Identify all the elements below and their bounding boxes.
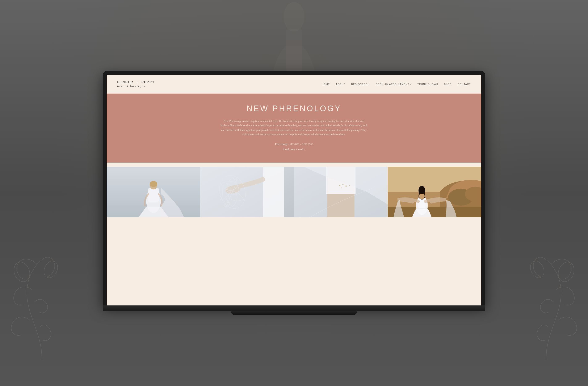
main-navigation: HOME ABOUT DESIGNERS ▾ BOOK AN APPOINTME… (322, 83, 471, 85)
gallery-item-2 (200, 167, 294, 217)
logo-name[interactable]: GINGER + POPPY (117, 80, 155, 85)
svg-rect-9 (148, 188, 159, 202)
svg-point-24 (342, 184, 344, 185)
laptop-screen: GINGER + POPPY bridal boutique HOME ABOU… (107, 75, 481, 306)
hero-price: Price range: AED 850 – AED 2500 (124, 143, 464, 146)
price-label: Price range: (275, 143, 289, 146)
nav-blog[interactable]: BLOG (444, 83, 452, 85)
laptop-container: GINGER + POPPY bridal boutique HOME ABOU… (103, 71, 485, 315)
gallery-photo-3-svg (294, 167, 388, 217)
gallery-item-3 (294, 167, 388, 217)
botanical-left-decoration (0, 239, 84, 365)
designers-dropdown-arrow: ▾ (369, 83, 370, 85)
svg-point-25 (345, 185, 347, 187)
gallery-photo-1-svg (107, 167, 200, 217)
logo-tagline: bridal boutique (117, 84, 146, 88)
svg-point-26 (349, 185, 350, 186)
botanical-right-decoration (504, 239, 588, 365)
nav-trunk-shows[interactable]: TRUNK SHOWS (418, 83, 438, 85)
svg-rect-15 (200, 167, 265, 217)
gallery-item-1 (107, 167, 200, 217)
nav-home[interactable]: HOME (322, 83, 330, 85)
svg-point-3 (528, 259, 547, 280)
hero-title: NEW PHRENOLOGY (124, 104, 464, 113)
laptop-bezel: GINGER + POPPY bridal boutique HOME ABOU… (103, 71, 485, 306)
nav-about[interactable]: ABOUT (336, 83, 345, 85)
svg-point-2 (556, 260, 577, 284)
lead-label: Lead time: (283, 148, 295, 151)
price-value: AED 850 – AED 2500 (289, 143, 313, 146)
laptop-stand (231, 311, 357, 315)
svg-point-4 (284, 2, 304, 32)
hero-description: New Phrenology creates exquisite ceremon… (220, 119, 368, 137)
svg-point-23 (339, 185, 340, 186)
gallery-item-4 (388, 167, 481, 217)
logo-area: GINGER + POPPY bridal boutique (117, 80, 155, 88)
gallery-grid (107, 167, 481, 217)
nav-designers[interactable]: DESIGNERS ▾ (351, 83, 370, 85)
appointment-dropdown-arrow: ▾ (410, 83, 412, 85)
svg-point-1 (41, 259, 60, 280)
hero-lead-time: Lead time: 8 weeks (124, 148, 464, 151)
gallery-background (107, 163, 481, 306)
gallery-photo-2-svg (200, 167, 294, 217)
svg-rect-14 (263, 167, 284, 217)
laptop-base (103, 306, 485, 311)
site-header: GINGER + POPPY bridal boutique HOME ABOU… (107, 75, 481, 94)
gallery-photo-4-svg (388, 167, 481, 217)
nav-contact[interactable]: CONTACT (458, 83, 471, 85)
svg-point-35 (419, 193, 425, 199)
website-content: GINGER + POPPY bridal boutique HOME ABOU… (107, 75, 481, 306)
svg-point-0 (11, 260, 32, 284)
nav-book-appointment[interactable]: BOOK AN APPOINTMENT ▾ (376, 83, 411, 85)
svg-point-11 (150, 181, 157, 187)
lead-value: 8 weeks (296, 148, 305, 151)
hero-section: NEW PHRENOLOGY New Phrenology creates ex… (107, 94, 481, 163)
